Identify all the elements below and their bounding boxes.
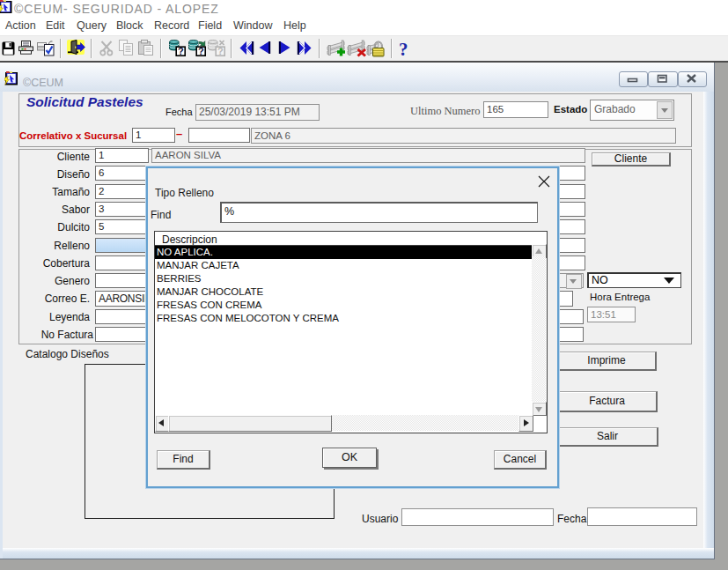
svg-text:?: ?	[198, 46, 204, 56]
svg-text:?: ?	[178, 46, 184, 56]
svg-text:?: ?	[217, 46, 224, 56]
